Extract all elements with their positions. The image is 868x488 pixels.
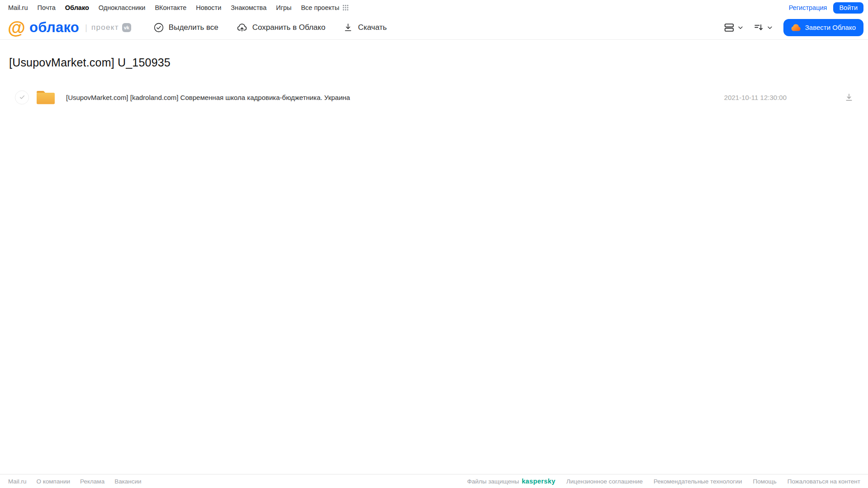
registration-link[interactable]: Регистрация xyxy=(789,4,827,11)
footer-link-ads[interactable]: Реклама xyxy=(80,478,104,485)
footer-link-report-content[interactable]: Пожаловаться на контент xyxy=(787,478,860,485)
file-date: 2021-10-11 12:30:00 xyxy=(724,94,787,101)
portal-navbar: Mail.ru Почта Облако Одноклассники ВКонт… xyxy=(0,0,868,15)
download-label: Скачать xyxy=(358,23,387,32)
select-all-label: Выделить все xyxy=(169,23,218,32)
app-header: @ облако | проект vk Выделить все xyxy=(0,15,868,40)
logo-divider: | xyxy=(85,23,87,33)
cloud-logo[interactable]: @ облако | проект vk xyxy=(8,19,131,36)
nav-item-news[interactable]: Новости xyxy=(196,4,221,11)
check-circle-icon xyxy=(154,23,164,33)
footer-link-about[interactable]: О компании xyxy=(37,478,70,485)
nav-item-vkontakte[interactable]: ВКонтакте xyxy=(155,4,186,11)
grid-icon xyxy=(342,5,349,11)
portal-nav-links: Mail.ru Почта Облако Одноклассники ВКонт… xyxy=(8,4,349,11)
view-mode-control[interactable] xyxy=(723,22,744,33)
download-button[interactable]: Скачать xyxy=(343,22,387,33)
footer-link-license[interactable]: Лицензионное соглашение xyxy=(566,478,643,485)
all-projects-label: Все проекты xyxy=(301,4,339,11)
cloud-upload-icon xyxy=(237,22,247,33)
portal-nav-auth: Регистрация Войти xyxy=(789,2,863,14)
save-to-cloud-button[interactable]: Сохранить в Облако xyxy=(237,22,326,33)
project-label: проект xyxy=(91,23,119,32)
file-row[interactable]: [UsupovMarket.com] [kadroland.com] Совре… xyxy=(9,88,868,106)
footer-right-links: Файлы защищены kaspersky Лицензионное со… xyxy=(467,478,860,485)
select-all-button[interactable]: Выделить все xyxy=(154,22,218,33)
download-icon xyxy=(343,23,353,32)
kaspersky-protection: Файлы защищены kaspersky xyxy=(467,478,555,485)
row-checkbox[interactable] xyxy=(15,90,29,104)
page-title: [UsupovMarket.com] U_150935 xyxy=(9,56,868,69)
chevron-down-icon xyxy=(737,24,744,31)
footer-link-help[interactable]: Помощь xyxy=(753,478,777,485)
save-to-cloud-label: Сохранить в Облако xyxy=(252,23,326,32)
sort-icon xyxy=(753,22,764,33)
mailru-at-icon: @ xyxy=(8,20,25,35)
create-cloud-button[interactable]: Завести Облако xyxy=(783,19,863,36)
nav-item-mail[interactable]: Почта xyxy=(38,4,56,11)
kaspersky-logo[interactable]: kaspersky xyxy=(522,478,555,485)
footer-link-jobs[interactable]: Вакансии xyxy=(114,478,142,485)
create-cloud-label: Завести Облако xyxy=(805,24,856,31)
login-button[interactable]: Войти xyxy=(833,2,863,14)
nav-item-games[interactable]: Игры xyxy=(276,4,291,11)
footer-left-links: Mail.ru О компании Реклама Вакансии xyxy=(8,478,142,485)
logo-wordmark: облако xyxy=(29,19,79,36)
file-name-link[interactable]: [UsupovMarket.com] [kadroland.com] Совре… xyxy=(66,94,350,101)
checkbox-circle-icon xyxy=(19,94,26,101)
file-toolbar: Выделить все Сохранить в Облако Скачать xyxy=(154,22,387,33)
folder-icon xyxy=(36,90,56,105)
nav-item-all-projects[interactable]: Все проекты xyxy=(301,4,349,11)
main-content: [UsupovMarket.com] U_150935 [UsupovMarke… xyxy=(0,56,868,106)
nav-item-odnoklassniki[interactable]: Одноклассники xyxy=(99,4,146,11)
page-footer: Mail.ru О компании Реклама Вакансии Файл… xyxy=(0,474,868,488)
chevron-down-icon xyxy=(766,24,773,31)
nav-item-cloud[interactable]: Облако xyxy=(65,4,89,11)
footer-link-mailru[interactable]: Mail.ru xyxy=(8,478,27,485)
files-protected-label: Файлы защищены xyxy=(467,478,519,485)
nav-item-mailru[interactable]: Mail.ru xyxy=(8,4,28,11)
nav-item-dating[interactable]: Знакомства xyxy=(231,4,266,11)
row-download-icon[interactable] xyxy=(844,93,854,102)
list-view-icon xyxy=(723,22,735,33)
sort-control[interactable] xyxy=(753,22,773,33)
vk-badge-icon: vk xyxy=(122,23,131,32)
cloud-icon xyxy=(791,24,801,31)
header-right-controls: Завести Облако xyxy=(723,19,863,36)
footer-link-recommendation-tech[interactable]: Рекомендательные технологии xyxy=(654,478,742,485)
